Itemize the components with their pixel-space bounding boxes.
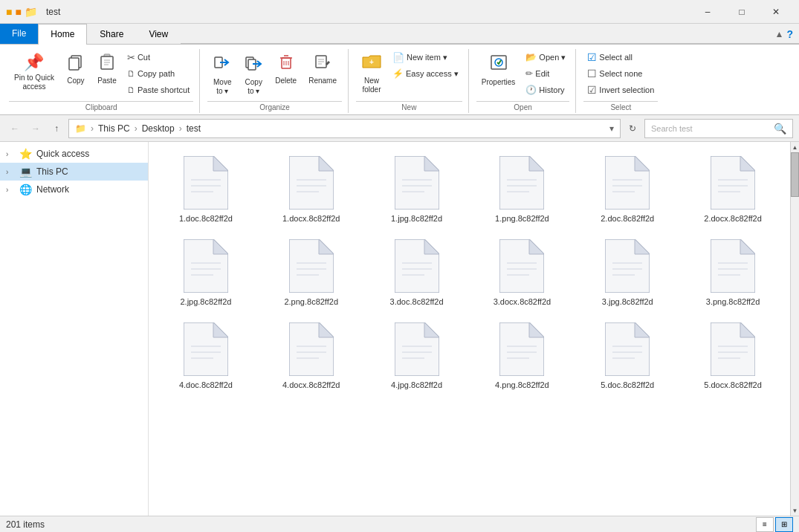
invert-selection-button[interactable]: ☑ Invert selection (583, 82, 658, 98)
breadcrumb-this-pc[interactable]: This PC (98, 123, 130, 134)
history-button[interactable]: 🕐 History (522, 82, 569, 98)
file-item[interactable]: 1.png.8c82ff2d (470, 148, 573, 228)
move-to-button[interactable]: Moveto ▾ (207, 49, 237, 100)
svg-marker-51 (740, 156, 755, 171)
title-bar: ■ ■ 📁 test – □ ✕ (0, 0, 799, 24)
copy-path-button[interactable]: 🗋 Copy path (123, 65, 193, 82)
move-to-icon (213, 53, 232, 77)
file-item[interactable]: 3.jpg.8c82ff2d (576, 231, 679, 311)
sidebar-item-quick-access[interactable]: › ⭐ Quick access (0, 145, 148, 163)
file-item[interactable]: 4.doc.8c82ff2d (155, 314, 257, 395)
file-name: 4.png.8c82ff2d (495, 380, 549, 389)
breadcrumb-desktop[interactable]: Desktop (142, 123, 175, 134)
grid-view-button[interactable]: ⊞ (775, 517, 793, 532)
pin-quick-access-button[interactable]: 📌 Pin to Quickaccess (9, 49, 59, 95)
file-item[interactable]: 4.docx.8c82ff2d (260, 314, 363, 395)
new-folder-icon: + (361, 53, 382, 75)
svg-marker-66 (424, 239, 439, 254)
edit-button[interactable]: ✏ Edit (522, 65, 569, 82)
tab-home[interactable]: Home (38, 24, 87, 45)
file-item[interactable]: 3.doc.8c82ff2d (366, 231, 468, 311)
scrollbar-thumb[interactable] (791, 152, 799, 197)
rename-button[interactable]: Rename (303, 49, 342, 89)
new-item-label: New item ▾ (407, 53, 447, 62)
breadcrumb-icon: 📁 (75, 123, 86, 134)
search-box[interactable]: Search test 🔍 (644, 119, 793, 138)
list-view-icon: ≡ (763, 520, 767, 528)
minimize-button[interactable]: – (690, 0, 725, 24)
file-item[interactable]: 4.jpg.8c82ff2d (366, 314, 468, 395)
copy-path-label: Copy path (138, 69, 175, 78)
copy-button[interactable]: Copy (61, 49, 91, 89)
file-item[interactable]: 1.docx.8c82ff2d (260, 148, 363, 228)
scrollbar-track[interactable] (791, 152, 799, 505)
back-button[interactable]: ← (6, 120, 24, 137)
cut-button[interactable]: ✂ Cut (123, 49, 193, 65)
new-folder-button[interactable]: + Newfolder (356, 49, 387, 98)
file-icon (285, 319, 337, 379)
address-bar: ← → ↑ 📁 › This PC › Desktop › test ▾ ↻ S… (0, 115, 799, 142)
file-item[interactable]: 2.docx.8c82ff2d (682, 148, 784, 228)
file-item[interactable]: 2.doc.8c82ff2d (576, 148, 679, 228)
file-item[interactable]: 2.png.8c82ff2d (260, 231, 363, 311)
this-pc-icon: 💻 (19, 166, 32, 178)
file-item[interactable]: 3.png.8c82ff2d (682, 231, 784, 311)
move-to-label: Moveto ▾ (213, 78, 231, 96)
new-item-button[interactable]: 📄 New item ▾ (389, 49, 462, 65)
sidebar-item-this-pc[interactable]: › 💻 This PC (0, 163, 148, 181)
file-item[interactable]: 5.docx.8c82ff2d (682, 314, 784, 395)
ribbon-group-select: ☑ Select all ☐ Select none ☑ Invert sele… (578, 49, 664, 113)
file-item[interactable]: 3.docx.8c82ff2d (470, 231, 573, 311)
tab-view[interactable]: View (136, 24, 181, 44)
refresh-button[interactable]: ↻ (624, 120, 641, 137)
tab-file[interactable]: File (0, 24, 38, 44)
copy-to-icon (244, 53, 263, 77)
address-input[interactable]: 📁 › This PC › Desktop › test ▾ (68, 119, 621, 138)
breadcrumb-test[interactable]: test (187, 123, 201, 134)
delete-button[interactable]: Delete (270, 49, 302, 89)
address-chevron-icon[interactable]: ▾ (609, 123, 614, 134)
sidebar-item-network[interactable]: › 🌐 Network (0, 181, 148, 198)
collapse-ribbon-button[interactable]: ▲ (775, 29, 784, 39)
select-none-button[interactable]: ☐ Select none (583, 65, 658, 82)
copy-to-label: Copyto ▾ (245, 78, 262, 96)
close-button[interactable]: ✕ (759, 0, 793, 24)
app-icon-folder: 📁 (25, 6, 37, 18)
edit-label: Edit (535, 69, 549, 78)
select-group-label: Select (583, 101, 658, 113)
main-content: › ⭐ Quick access › 💻 This PC › 🌐 Network… (0, 142, 799, 516)
select-all-button[interactable]: ☑ Select all (583, 49, 658, 65)
file-item[interactable]: 1.jpg.8c82ff2d (366, 148, 468, 228)
edit-icon: ✏ (525, 68, 533, 79)
easy-access-button[interactable]: ⚡ Easy access ▾ (389, 65, 462, 82)
rename-icon (314, 53, 331, 75)
list-view-button[interactable]: ≡ (756, 517, 774, 532)
scrollbar-up-arrow[interactable]: ▲ (791, 142, 799, 152)
app-icon-orange: ■ (15, 6, 21, 18)
file-icon (391, 153, 443, 213)
network-icon: 🌐 (19, 184, 32, 195)
cut-icon: ✂ (127, 52, 135, 63)
file-item[interactable]: 2.jpg.8c82ff2d (155, 231, 257, 311)
copy-to-button[interactable]: Copyto ▾ (239, 49, 268, 100)
ribbon: 📌 Pin to Quickaccess Copy Paste (0, 45, 799, 115)
search-placeholder: Search test (651, 124, 693, 133)
scrollbar-down-arrow[interactable]: ▼ (791, 505, 799, 516)
properties-icon (488, 53, 509, 77)
forward-button[interactable]: → (27, 120, 45, 137)
file-item[interactable]: 5.doc.8c82ff2d (576, 314, 679, 395)
open-button[interactable]: 📂 Open ▾ (522, 49, 569, 65)
open-label: Open ▾ (539, 53, 566, 62)
paste-shortcut-button[interactable]: 🗋 Paste shortcut (123, 82, 193, 98)
tab-share[interactable]: Share (87, 24, 136, 44)
properties-button[interactable]: Properties (476, 49, 521, 91)
up-button[interactable]: ↑ (48, 120, 65, 137)
paste-button[interactable]: Paste (92, 49, 122, 89)
file-icon (707, 236, 759, 296)
help-button[interactable]: ? (786, 28, 793, 40)
ribbon-group-new: + Newfolder 📄 New item ▾ ⚡ Easy access ▾… (350, 49, 469, 113)
file-item[interactable]: 1.doc.8c82ff2d (155, 148, 257, 228)
maximize-button[interactable]: □ (725, 0, 759, 24)
file-item[interactable]: 4.png.8c82ff2d (470, 314, 573, 395)
file-icon (391, 236, 443, 296)
